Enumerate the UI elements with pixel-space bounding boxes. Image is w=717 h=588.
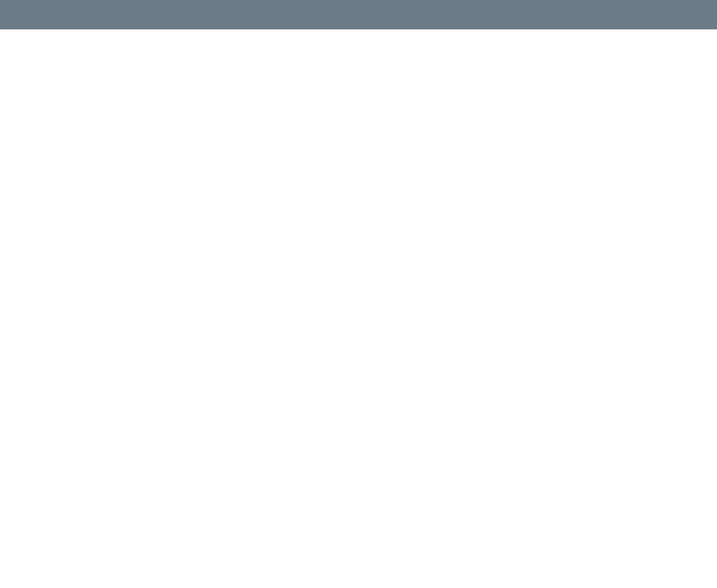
header-coverage: [610, 0, 717, 29]
table-header-row: [0, 0, 717, 29]
header-service: [0, 0, 165, 29]
dependency-table: [0, 0, 717, 29]
header-dependency: [165, 0, 610, 29]
